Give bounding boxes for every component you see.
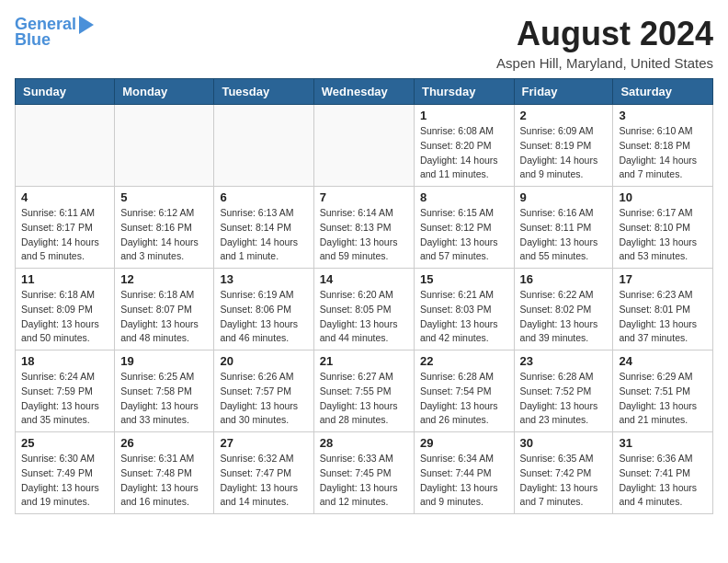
day-info: Sunrise: 6:26 AMSunset: 7:57 PMDaylight:… [220,370,307,428]
week-row-5: 25Sunrise: 6:30 AMSunset: 7:49 PMDayligh… [16,432,713,514]
day-info: Sunrise: 6:13 AMSunset: 8:14 PMDaylight:… [220,206,307,264]
calendar-cell: 23Sunrise: 6:28 AMSunset: 7:52 PMDayligh… [514,350,613,432]
col-header-wednesday: Wednesday [313,79,414,105]
title-block: August 2024 Aspen Hill, Maryland, United… [496,15,713,71]
day-info: Sunrise: 6:29 AMSunset: 7:51 PMDaylight:… [619,370,707,428]
day-info: Sunrise: 6:14 AMSunset: 8:13 PMDaylight:… [320,206,408,264]
calendar-cell [313,105,414,187]
day-number: 4 [21,190,108,204]
day-number: 14 [320,272,408,286]
logo-arrow-icon [79,16,94,34]
day-number: 16 [520,272,608,286]
day-info: Sunrise: 6:34 AMSunset: 7:44 PMDaylight:… [420,452,508,510]
col-header-tuesday: Tuesday [214,79,313,105]
day-number: 29 [420,436,508,450]
day-info: Sunrise: 6:27 AMSunset: 7:55 PMDaylight:… [320,370,408,428]
day-number: 21 [320,354,408,368]
day-info: Sunrise: 6:24 AMSunset: 7:59 PMDaylight:… [21,370,108,428]
day-number: 7 [320,190,408,204]
calendar-cell [214,105,313,187]
day-number: 6 [220,190,307,204]
day-number: 8 [420,190,508,204]
day-info: Sunrise: 6:28 AMSunset: 7:54 PMDaylight:… [420,370,508,428]
day-info: Sunrise: 6:32 AMSunset: 7:47 PMDaylight:… [220,452,307,510]
calendar-cell: 20Sunrise: 6:26 AMSunset: 7:57 PMDayligh… [214,350,313,432]
day-number: 17 [619,272,707,286]
day-number: 20 [220,354,307,368]
col-header-monday: Monday [115,79,214,105]
calendar-cell: 21Sunrise: 6:27 AMSunset: 7:55 PMDayligh… [313,350,414,432]
col-header-saturday: Saturday [613,79,713,105]
day-info: Sunrise: 6:20 AMSunset: 8:05 PMDaylight:… [320,288,408,346]
calendar-cell: 19Sunrise: 6:25 AMSunset: 7:58 PMDayligh… [115,350,214,432]
calendar-header-row: SundayMondayTuesdayWednesdayThursdayFrid… [16,79,713,105]
location-text: Aspen Hill, Maryland, United States [496,55,713,71]
calendar-cell: 24Sunrise: 6:29 AMSunset: 7:51 PMDayligh… [613,350,713,432]
calendar-cell: 12Sunrise: 6:18 AMSunset: 8:07 PMDayligh… [115,269,214,350]
calendar-cell [115,105,214,187]
day-number: 18 [21,354,108,368]
day-number: 9 [520,190,608,204]
col-header-thursday: Thursday [414,79,514,105]
week-row-1: 1Sunrise: 6:08 AMSunset: 8:20 PMDaylight… [16,105,713,187]
calendar-cell: 27Sunrise: 6:32 AMSunset: 7:47 PMDayligh… [214,432,313,514]
calendar-cell: 26Sunrise: 6:31 AMSunset: 7:48 PMDayligh… [115,432,214,514]
day-info: Sunrise: 6:16 AMSunset: 8:11 PMDaylight:… [520,206,608,264]
day-info: Sunrise: 6:22 AMSunset: 8:02 PMDaylight:… [520,288,608,346]
col-header-friday: Friday [514,79,613,105]
calendar-cell: 29Sunrise: 6:34 AMSunset: 7:44 PMDayligh… [414,432,514,514]
day-info: Sunrise: 6:15 AMSunset: 8:12 PMDaylight:… [420,206,508,264]
day-info: Sunrise: 6:30 AMSunset: 7:49 PMDaylight:… [21,452,108,510]
calendar-cell: 13Sunrise: 6:19 AMSunset: 8:06 PMDayligh… [214,269,313,350]
calendar-cell: 16Sunrise: 6:22 AMSunset: 8:02 PMDayligh… [514,269,613,350]
day-number: 23 [520,354,608,368]
day-number: 3 [619,109,707,122]
calendar-cell: 7Sunrise: 6:14 AMSunset: 8:13 PMDaylight… [313,187,414,269]
day-info: Sunrise: 6:31 AMSunset: 7:48 PMDaylight:… [120,452,208,510]
day-number: 11 [21,272,108,286]
day-number: 5 [120,190,208,204]
day-number: 25 [21,436,108,450]
week-row-3: 11Sunrise: 6:18 AMSunset: 8:09 PMDayligh… [16,269,713,350]
day-number: 13 [220,272,307,286]
day-info: Sunrise: 6:11 AMSunset: 8:17 PMDaylight:… [21,206,108,264]
month-title: August 2024 [496,15,713,53]
day-number: 2 [520,109,608,122]
calendar-cell: 11Sunrise: 6:18 AMSunset: 8:09 PMDayligh… [16,269,115,350]
day-info: Sunrise: 6:08 AMSunset: 8:20 PMDaylight:… [420,124,508,182]
calendar-cell: 9Sunrise: 6:16 AMSunset: 8:11 PMDaylight… [514,187,613,269]
week-row-2: 4Sunrise: 6:11 AMSunset: 8:17 PMDaylight… [16,187,713,269]
calendar-cell: 14Sunrise: 6:20 AMSunset: 8:05 PMDayligh… [313,269,414,350]
week-row-4: 18Sunrise: 6:24 AMSunset: 7:59 PMDayligh… [16,350,713,432]
calendar-cell: 30Sunrise: 6:35 AMSunset: 7:42 PMDayligh… [514,432,613,514]
day-info: Sunrise: 6:12 AMSunset: 8:16 PMDaylight:… [120,206,208,264]
page-header: General Blue August 2024 Aspen Hill, Mar… [15,15,713,71]
day-number: 19 [120,354,208,368]
day-number: 12 [120,272,208,286]
logo-blue-text: Blue [15,30,51,50]
day-info: Sunrise: 6:17 AMSunset: 8:10 PMDaylight:… [619,206,707,264]
calendar-cell: 3Sunrise: 6:10 AMSunset: 8:18 PMDaylight… [613,105,713,187]
calendar-cell: 5Sunrise: 6:12 AMSunset: 8:16 PMDaylight… [115,187,214,269]
day-info: Sunrise: 6:19 AMSunset: 8:06 PMDaylight:… [220,288,307,346]
col-header-sunday: Sunday [16,79,115,105]
day-info: Sunrise: 6:18 AMSunset: 8:09 PMDaylight:… [21,288,108,346]
day-number: 30 [520,436,608,450]
day-number: 31 [619,436,707,450]
day-info: Sunrise: 6:25 AMSunset: 7:58 PMDaylight:… [120,370,208,428]
day-number: 26 [120,436,208,450]
calendar-cell: 10Sunrise: 6:17 AMSunset: 8:10 PMDayligh… [613,187,713,269]
calendar-cell: 1Sunrise: 6:08 AMSunset: 8:20 PMDaylight… [414,105,514,187]
calendar-cell: 15Sunrise: 6:21 AMSunset: 8:03 PMDayligh… [414,269,514,350]
calendar-cell: 4Sunrise: 6:11 AMSunset: 8:17 PMDaylight… [16,187,115,269]
day-number: 24 [619,354,707,368]
logo: General Blue [15,15,94,50]
day-info: Sunrise: 6:35 AMSunset: 7:42 PMDaylight:… [520,452,608,510]
calendar-cell: 17Sunrise: 6:23 AMSunset: 8:01 PMDayligh… [613,269,713,350]
day-info: Sunrise: 6:10 AMSunset: 8:18 PMDaylight:… [619,124,707,182]
day-number: 1 [420,109,508,122]
day-info: Sunrise: 6:33 AMSunset: 7:45 PMDaylight:… [320,452,408,510]
calendar-cell: 25Sunrise: 6:30 AMSunset: 7:49 PMDayligh… [16,432,115,514]
day-number: 10 [619,190,707,204]
calendar-cell: 28Sunrise: 6:33 AMSunset: 7:45 PMDayligh… [313,432,414,514]
